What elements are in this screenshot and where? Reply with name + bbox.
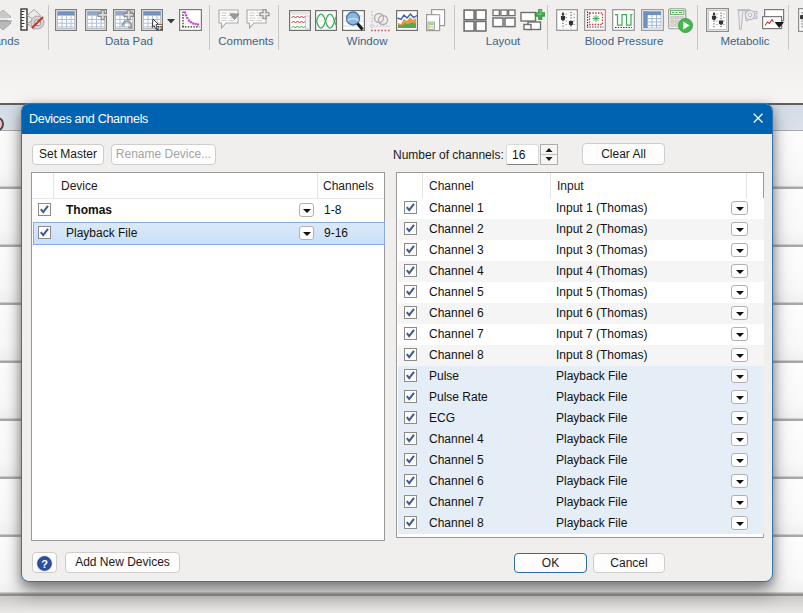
svg-text:21: 21	[157, 25, 163, 31]
svg-text:?: ?	[41, 558, 48, 570]
